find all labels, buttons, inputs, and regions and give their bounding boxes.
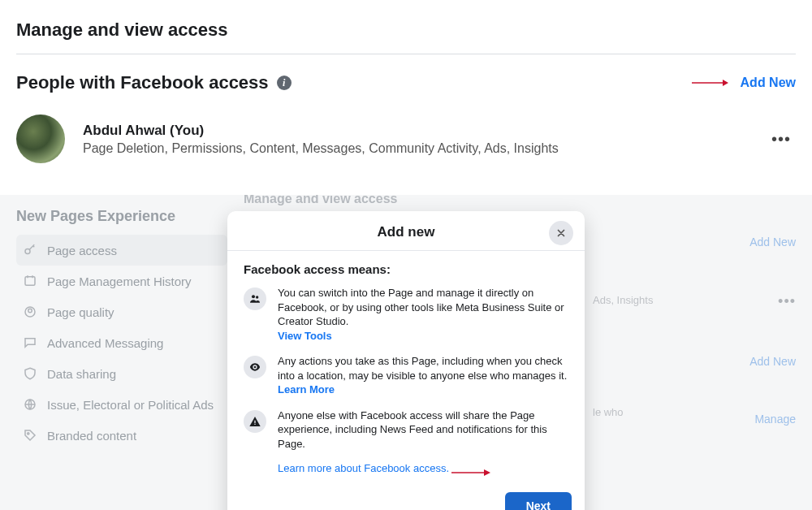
bg-faded-text-2: le who: [593, 406, 706, 418]
annotation-arrow-icon-2: [450, 456, 492, 481]
sidebar-item-label: Page Management History: [47, 274, 192, 288]
sidebar-item-label: Page access: [47, 244, 117, 257]
close-icon: [555, 227, 567, 239]
sidebar-item-quality[interactable]: Page quality: [16, 296, 227, 327]
svg-rect-2: [25, 277, 35, 286]
info-row-2-body: Any actions you take as this Page, inclu…: [278, 355, 567, 382]
bg-faded-text-1: Ads, Insights: [593, 294, 653, 306]
sidebar-item-data-sharing[interactable]: Data sharing: [16, 358, 227, 389]
means-title: Facebook access means:: [244, 262, 568, 276]
svg-point-1: [25, 249, 30, 254]
eye-icon: [244, 356, 266, 378]
bg-more-icon[interactable]: •••: [778, 293, 796, 310]
info-row-1-body: You can switch into the Page and manage …: [278, 287, 564, 327]
tag-icon: [23, 428, 37, 443]
info-icon[interactable]: i: [277, 76, 292, 90]
sidebar-item-history[interactable]: Page Management History: [16, 266, 227, 296]
svg-point-9: [254, 366, 257, 369]
learn-about-access-link[interactable]: Learn more about Facebook access.: [278, 462, 449, 474]
annotation-arrow-icon: [690, 76, 729, 89]
svg-point-4: [28, 309, 32, 313]
add-new-wrap: Add New: [690, 76, 796, 90]
add-new-modal: Add new Facebook access means: You can s…: [227, 211, 585, 510]
section-header: People with Facebook access i Add New: [16, 72, 796, 93]
sidebar-item-label: Branded content: [47, 429, 136, 443]
user-name: Abdul Ahwal (You): [83, 123, 749, 139]
info-row-1: You can switch into the Page and manage …: [244, 286, 568, 343]
info-row-3-text: Anyone else with Facebook access will sh…: [278, 408, 568, 452]
info-row-3: Anyone else with Facebook access will sh…: [244, 408, 568, 452]
avatar[interactable]: [16, 115, 65, 163]
sidebar-item-page-access[interactable]: Page access: [16, 235, 227, 266]
info-row-2-text: Any actions you take as this Page, inclu…: [278, 354, 568, 397]
next-button[interactable]: Next: [505, 492, 572, 510]
divider: [16, 54, 796, 54]
section-left: People with Facebook access i: [16, 72, 292, 93]
sidebar-item-label: Page quality: [47, 305, 114, 319]
bg-add-new-1[interactable]: Add New: [749, 236, 796, 249]
shield-icon: [23, 305, 37, 319]
svg-point-8: [256, 296, 258, 298]
modal-footer: Next: [227, 482, 585, 510]
add-new-link[interactable]: Add New: [741, 76, 796, 90]
learn-more-link[interactable]: Learn More: [278, 383, 335, 395]
info-row-3-body: Anyone else with Facebook access will sh…: [278, 409, 547, 450]
sidebar-item-political[interactable]: Issue, Electoral or Political Ads: [16, 389, 227, 420]
bg-add-new-2[interactable]: Add New: [749, 355, 796, 368]
modal-body: Facebook access means: You can switch in…: [227, 251, 585, 482]
user-row: Abdul Ahwal (You) Page Deletion, Permiss…: [16, 115, 796, 163]
sidebar-item-messaging[interactable]: Advanced Messaging: [16, 327, 227, 358]
globe-icon: [23, 397, 37, 412]
modal-header: Add new: [227, 211, 585, 251]
svg-point-6: [28, 433, 29, 434]
user-permissions: Page Deletion, Permissions, Content, Mes…: [83, 141, 749, 156]
sidebar-item-label: Issue, Electoral or Political Ads: [47, 398, 214, 412]
sidebar-item-branded[interactable]: Branded content: [16, 420, 227, 451]
clock-icon: [23, 274, 37, 288]
view-tools-link[interactable]: View Tools: [278, 330, 332, 342]
warning-icon: [244, 410, 266, 433]
sidebar-item-label: Data sharing: [47, 367, 116, 381]
close-button[interactable]: [549, 221, 573, 245]
modal-title: Add new: [378, 224, 435, 240]
page-title: Manage and view access: [16, 19, 796, 41]
shield-outline-icon: [23, 366, 37, 381]
info-row-2: Any actions you take as this Page, inclu…: [244, 354, 568, 397]
people-icon: [244, 287, 266, 310]
info-row-1-text: You can switch into the Page and manage …: [278, 286, 568, 343]
more-options-icon[interactable]: •••: [767, 130, 796, 149]
chat-icon: [23, 335, 37, 350]
bg-ghost-title: Manage and view access: [244, 195, 397, 206]
svg-point-7: [252, 295, 255, 298]
bg-manage[interactable]: Manage: [754, 413, 796, 426]
bg-right-actions: Add New ••• Add New Manage: [749, 236, 796, 426]
key-icon: [23, 243, 37, 257]
section-title: People with Facebook access: [16, 72, 269, 93]
sidebar-item-label: Advanced Messaging: [47, 336, 163, 350]
learn-about-access: Learn more about Facebook access.: [278, 462, 568, 474]
user-meta: Abdul Ahwal (You) Page Deletion, Permiss…: [83, 123, 749, 156]
